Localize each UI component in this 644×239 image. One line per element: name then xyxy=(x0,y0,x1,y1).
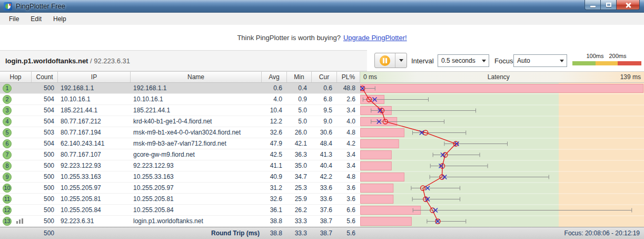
focus-select[interactable]: Auto xyxy=(513,54,567,67)
table-row[interactable]: 650462.140.243.141msk-m9-b3-ae7-vlan712.… xyxy=(0,138,360,149)
avg-cell: 38.8 xyxy=(262,216,287,226)
cur-cell: 6.8 xyxy=(312,94,337,104)
pl-cell: 6.6 xyxy=(337,205,360,215)
cur-cell: 9.5 xyxy=(312,105,337,116)
hop-cell: 3 xyxy=(0,105,32,116)
table-row[interactable]: 3504185.221.44.1185.221.44.110.45.09.53.… xyxy=(0,105,360,116)
latency-scale-min: 0 ms xyxy=(363,73,377,81)
menu-bar: File Edit Help xyxy=(0,13,644,25)
cur-cell: 9.0 xyxy=(312,116,337,127)
hop-cell: 6 xyxy=(0,138,32,149)
avg-cell: 47.9 xyxy=(262,138,287,149)
cur-cell: 38.7 xyxy=(312,216,337,226)
avg-cell: 10.4 xyxy=(262,105,287,116)
window-controls xyxy=(584,0,640,10)
focus-range: Focus: 20:08:06 - 20:12:19 xyxy=(360,227,644,239)
ip-cell: 10.10.16.1 xyxy=(58,94,131,104)
pingplotter-window: PingPlotter Free File Edit Help Think Pi… xyxy=(0,0,644,239)
name-cell: 92.223.122.93 xyxy=(131,160,262,171)
legend-100ms: 100ms xyxy=(586,53,603,59)
hop-badge: 5 xyxy=(3,128,12,137)
header-pl[interactable]: PL% xyxy=(337,72,360,82)
upgrade-link[interactable]: Upgrade PingPlotter! xyxy=(343,34,407,42)
avg-cell: 0.6 xyxy=(262,83,287,93)
header-latency: 0 ms Latency 139 ms xyxy=(360,72,644,82)
pause-dropdown-button[interactable] xyxy=(395,53,407,68)
min-cell: 34.7 xyxy=(287,171,312,182)
menu-file[interactable]: File xyxy=(3,14,25,24)
summary-label: Round Trip (ms) xyxy=(131,227,262,239)
cur-cell: 41.3 xyxy=(312,149,337,160)
pause-button-group xyxy=(374,53,407,68)
pl-cell: 4.8 xyxy=(337,171,360,182)
name-cell: gcore-gw-m9.fiord.net xyxy=(131,149,262,160)
hop-badge: 6 xyxy=(3,139,12,148)
ip-cell: 185.221.44.1 xyxy=(58,105,131,116)
pl-cell: 3.4 xyxy=(337,105,360,116)
latency-color-legend: 100ms 200ms xyxy=(572,53,641,65)
minimize-button[interactable] xyxy=(584,0,601,10)
chevron-down-icon xyxy=(557,60,567,62)
close-button[interactable] xyxy=(617,0,640,10)
avg-cell: 36.1 xyxy=(262,205,287,215)
latency-scale-max: 139 ms xyxy=(620,73,641,81)
hop-badge: 4 xyxy=(3,117,12,126)
cur-cell: 40.4 xyxy=(312,160,337,171)
header-name[interactable]: Name xyxy=(131,72,262,82)
table-row[interactable]: 850092.223.122.9392.223.122.9341.135.040… xyxy=(0,160,360,171)
hop-badge: 3 xyxy=(3,106,12,115)
cur-cell: 37.6 xyxy=(312,205,337,215)
bar-chart-icon xyxy=(16,218,23,224)
cur-cell: 0.6 xyxy=(312,83,337,93)
legend-200ms: 200ms xyxy=(609,53,626,59)
pl-cell: 4.0 xyxy=(337,116,360,127)
min-cell: 26.2 xyxy=(287,205,312,215)
hop-cell: 12 xyxy=(0,205,32,215)
table-row[interactable]: 1250010.255.205.8410.255.205.8436.126.23… xyxy=(0,205,360,216)
table-row[interactable]: 950010.255.33.16310.255.33.16340.934.742… xyxy=(0,171,360,183)
ip-cell: 10.255.205.81 xyxy=(58,194,131,204)
table-row[interactable]: 1500192.168.1.1192.168.1.10.60.40.648.8 xyxy=(0,83,360,94)
table-row[interactable]: 1050010.255.205.9710.255.205.9731.225.33… xyxy=(0,183,360,194)
focus-label: Focus xyxy=(494,50,513,71)
header-min[interactable]: Min xyxy=(287,72,312,82)
latency-title: Latency xyxy=(488,73,510,81)
min-cell: 33.3 xyxy=(287,216,312,226)
latency-graph[interactable] xyxy=(360,83,644,227)
table-row[interactable]: 250410.10.16.110.10.16.14.00.96.82.6 xyxy=(0,94,360,105)
avg-cell: 41.1 xyxy=(262,160,287,171)
table-row[interactable]: 1350092.223.6.31login.p1.worldoftanks.ne… xyxy=(0,216,360,227)
toolbar: login.p1.worldoftanks.net / 92.223.6.31 … xyxy=(0,50,644,71)
avg-cell: 32.6 xyxy=(262,127,287,138)
target-host: login.p1.worldoftanks.net xyxy=(5,57,88,65)
app-icon xyxy=(4,2,12,11)
summary-cur: 38.7 xyxy=(312,227,337,239)
table-row[interactable]: 1150010.255.205.8110.255.205.8132.625.93… xyxy=(0,194,360,205)
table-header: Hop Count IP Name Avg Min Cur PL% 0 ms L… xyxy=(0,71,644,83)
menu-help[interactable]: Help xyxy=(47,14,72,24)
avg-cell: 32.6 xyxy=(262,194,287,204)
count-cell: 500 xyxy=(32,171,58,182)
summary-ip xyxy=(58,227,131,239)
header-ip[interactable]: IP xyxy=(58,72,131,82)
table-row[interactable]: 750080.77.167.107gcore-gw-m9.fiord.net42… xyxy=(0,149,360,160)
header-avg[interactable]: Avg xyxy=(262,72,287,82)
table-row[interactable]: 550380.77.167.194msk-m9-b1-xe4-0-0-vlan3… xyxy=(0,127,360,138)
count-cell: 500 xyxy=(32,216,58,226)
header-count[interactable]: Count xyxy=(32,72,58,82)
avg-cell: 12.2 xyxy=(262,116,287,127)
header-hop[interactable]: Hop xyxy=(0,72,32,82)
count-cell: 504 xyxy=(32,138,58,149)
header-cur[interactable]: Cur xyxy=(312,72,337,82)
table-row[interactable]: 450480.77.167.212krd-k40-b1-ge1-0-4.fior… xyxy=(0,116,360,127)
close-icon xyxy=(625,2,631,8)
pl-cell: 48.8 xyxy=(337,83,360,93)
interval-select[interactable]: 0.5 seconds xyxy=(438,54,489,67)
cur-cell: 42.2 xyxy=(312,171,337,182)
hop-badge: 12 xyxy=(3,206,12,215)
ip-cell: 192.168.1.1 xyxy=(58,83,131,93)
menu-edit[interactable]: Edit xyxy=(25,14,47,24)
pause-button[interactable] xyxy=(375,53,395,68)
cur-cell: 48.4 xyxy=(312,138,337,149)
maximize-button[interactable] xyxy=(601,0,617,10)
